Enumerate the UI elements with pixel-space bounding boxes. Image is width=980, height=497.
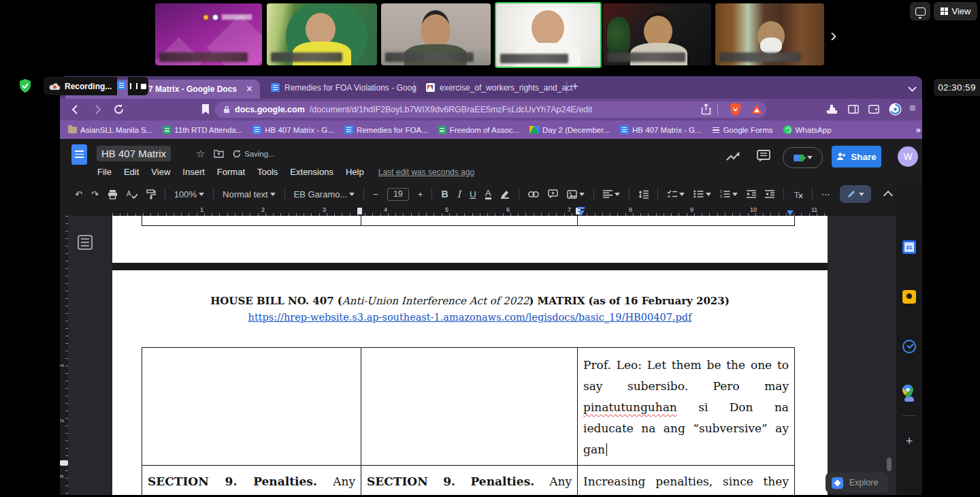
move-folder-icon[interactable] — [214, 149, 224, 158]
bookmark-item[interactable]: Day 2 (December... — [529, 126, 610, 134]
table-cell-comment[interactable]: Prof. Leo: Let them be the one to say su… — [578, 348, 794, 465]
tab-search-chevron-icon[interactable] — [908, 83, 917, 92]
browser-menu-icon[interactable]: ≡ — [909, 102, 915, 114]
bold-button[interactable]: B — [441, 189, 448, 199]
comment-history-icon[interactable] — [757, 150, 770, 163]
more-participants-chevron-icon[interactable]: › — [830, 26, 836, 45]
share-page-icon[interactable] — [701, 103, 711, 115]
google-calendar-icon[interactable]: 31 — [902, 240, 916, 254]
share-button[interactable]: Share — [832, 146, 881, 167]
google-maps-icon[interactable] — [902, 385, 916, 398]
bookmark-item[interactable]: Remedies for FOA... — [344, 125, 428, 134]
paint-format-icon[interactable] — [146, 189, 156, 199]
bookmark-item[interactable]: 11th RTD Attenda... — [163, 126, 242, 134]
google-tasks-icon[interactable] — [902, 340, 916, 353]
forward-icon[interactable] — [91, 103, 103, 116]
increase-indent-icon[interactable] — [765, 190, 774, 198]
text-color-button[interactable]: A — [485, 189, 491, 199]
vertical-ruler[interactable]: 1 2 3 — [60, 216, 68, 495]
table-cell-section9[interactable]: SECTION 9. Penalties. Any — [142, 466, 361, 495]
bookmark-item[interactable]: Freedom of Assoc... — [438, 126, 519, 134]
video-tile-participant[interactable] — [603, 3, 711, 65]
document-page[interactable]: HOUSE BILL NO. 407 (Anti-Union Interfere… — [112, 270, 828, 495]
table-cell-empty[interactable] — [142, 348, 361, 465]
menu-tools[interactable]: Tools — [251, 165, 284, 179]
bulleted-list-icon[interactable] — [693, 190, 711, 199]
connected-device-button[interactable] — [910, 2, 930, 20]
bookmark-item[interactable]: WhatsApp — [783, 125, 832, 134]
print-icon[interactable] — [108, 189, 118, 199]
show-outline-icon[interactable] — [78, 235, 93, 250]
add-comment-icon[interactable] — [548, 189, 558, 199]
brave-rewards-icon[interactable] — [751, 105, 762, 114]
account-avatar[interactable]: W — [898, 146, 918, 167]
hide-menus-chevron-icon[interactable] — [883, 191, 893, 200]
star-icon[interactable]: ☆ — [196, 148, 205, 160]
table-row-grip[interactable] — [60, 460, 68, 466]
scrollbar-thumb[interactable] — [887, 458, 892, 471]
zoom-select[interactable]: 100% — [174, 189, 204, 199]
version-history-icon[interactable] — [725, 150, 740, 163]
google-keep-icon[interactable] — [902, 290, 916, 304]
menu-insert[interactable]: Insert — [176, 165, 211, 179]
bookmark-item[interactable]: HB 407 Matrix - G... — [620, 125, 702, 134]
tab-remedies-foa[interactable]: Remedies for FOA Violations - Goog — [264, 76, 418, 99]
wallet-icon[interactable] — [868, 105, 879, 114]
spellcheck-icon[interactable]: A — [127, 189, 137, 199]
first-line-indent-marker[interactable] — [578, 207, 585, 209]
horizontal-ruler[interactable]: 1 2 3 4 5 6 7 8 9 10 11 — [112, 206, 828, 216]
bookmark-item[interactable]: AsianSLL Manila S... — [68, 126, 152, 134]
font-size-input[interactable]: 19 — [387, 188, 409, 201]
last-edit-link[interactable]: Last edit was seconds ago — [378, 167, 474, 177]
menu-edit[interactable]: Edit — [118, 165, 145, 179]
decrease-indent-icon[interactable] — [747, 190, 756, 198]
table-cell-empty[interactable] — [361, 348, 578, 465]
address-bar[interactable]: docs.google.com/document/d/1hdIF2BoyLb7W… — [215, 101, 766, 118]
get-addons-button[interactable]: + — [896, 434, 922, 449]
italic-button[interactable]: I — [457, 189, 461, 199]
extensions-puzzle-icon[interactable] — [826, 104, 837, 115]
editing-mode-button[interactable] — [840, 185, 871, 203]
menu-extensions[interactable]: Extensions — [284, 165, 340, 179]
new-tab-button[interactable]: + — [572, 80, 578, 93]
table-column-grip[interactable] — [357, 208, 362, 214]
insert-image-icon[interactable] — [567, 190, 585, 199]
pause-recording-icon[interactable] — [130, 83, 137, 89]
menu-help[interactable]: Help — [340, 165, 370, 179]
line-spacing-icon[interactable] — [638, 190, 649, 199]
table-cell-section9[interactable]: SECTION 9. Penalties. Any — [361, 466, 578, 495]
bookmark-icon[interactable] — [201, 104, 210, 114]
left-indent-marker[interactable] — [578, 210, 585, 216]
explore-button[interactable]: Explore — [826, 472, 888, 493]
google-docs-logo-icon[interactable] — [71, 144, 87, 165]
back-icon[interactable] — [69, 103, 82, 116]
font-select[interactable]: EB Garamo... — [294, 189, 355, 199]
tab-pdf-workers-rights[interactable]: exercise_of_workers_rights_and_act — [419, 76, 572, 99]
shield-check-icon[interactable] — [18, 78, 33, 93]
menu-format[interactable]: Format — [211, 165, 251, 179]
menu-file[interactable]: File — [91, 165, 118, 179]
document-title-input[interactable]: HB 407 Matrix — [97, 146, 171, 161]
stop-recording-icon[interactable] — [141, 84, 146, 89]
brave-shield-icon[interactable] — [730, 103, 741, 116]
align-icon[interactable] — [603, 190, 620, 199]
redo-icon[interactable]: ↷ — [91, 189, 99, 199]
decrease-font-icon[interactable]: − — [373, 189, 378, 199]
bookmarks-overflow-chevron[interactable]: » — [916, 125, 921, 135]
close-tab-icon[interactable]: ✕ — [246, 84, 253, 94]
view-button[interactable]: View — [934, 2, 977, 20]
underline-button[interactable]: U — [470, 189, 476, 199]
checklist-icon[interactable] — [667, 190, 685, 199]
increase-font-icon[interactable]: + — [418, 189, 423, 199]
table-cell-comment[interactable]: Increasing penalties, since they — [578, 466, 794, 495]
bookmark-item[interactable]: Google Forms — [712, 126, 773, 134]
numbered-list-icon[interactable]: 12 — [720, 190, 738, 199]
video-tile-participant[interactable] — [715, 3, 824, 65]
video-tile-shared-slide[interactable] — [155, 3, 262, 65]
reload-icon[interactable] — [113, 103, 125, 115]
doc-hyperlink[interactable]: https://hrep-website.s3.ap-southeast-1.a… — [248, 312, 692, 323]
highlight-color-icon[interactable] — [500, 189, 510, 199]
insert-link-icon[interactable] — [528, 191, 539, 197]
undo-icon[interactable]: ↶ — [75, 189, 82, 199]
styles-select[interactable]: Normal text — [223, 189, 275, 199]
